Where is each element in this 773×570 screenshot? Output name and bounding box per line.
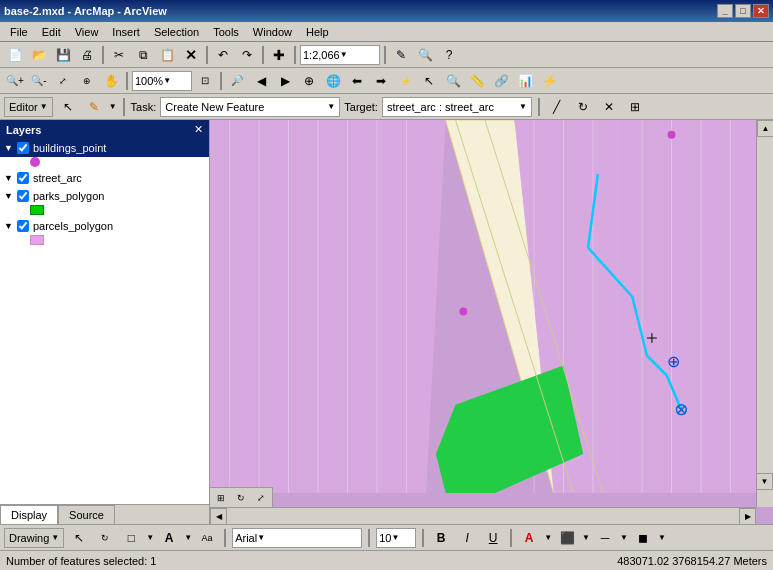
lightning-button[interactable]: ⚡: [538, 70, 560, 92]
menu-insert[interactable]: Insert: [106, 24, 146, 40]
hyperlink-button[interactable]: 🔗: [490, 70, 512, 92]
paste-button[interactable]: 📋: [156, 44, 178, 66]
rotate-tool-button[interactable]: ↻: [572, 96, 594, 118]
size-dropdown[interactable]: 10 ▼: [376, 528, 416, 548]
drawing-text-button[interactable]: A: [158, 527, 180, 549]
scroll-down[interactable]: ▼: [756, 473, 773, 490]
maximize-button[interactable]: □: [735, 4, 751, 18]
drawing-arrow-button[interactable]: ↖: [68, 527, 90, 549]
task-dropdown[interactable]: Create New Feature ▼: [160, 97, 340, 117]
delete-button[interactable]: ✕: [180, 44, 202, 66]
layer-item-parcels[interactable]: ▼ parcels_polygon: [0, 217, 209, 235]
editor-arrow-button[interactable]: ↖: [57, 96, 79, 118]
bold-button[interactable]: B: [430, 527, 452, 549]
pan-button[interactable]: ✋: [100, 70, 122, 92]
menu-help[interactable]: Help: [300, 24, 335, 40]
zoom-layer-button[interactable]: ⊕: [76, 70, 98, 92]
target-dropdown[interactable]: street_arc : street_arc ▼: [382, 97, 532, 117]
map-area[interactable]: ⊕ ⊞ ↻ ⤢ ▲ ▼ ◀ ▶: [210, 120, 773, 524]
zoom-in-button[interactable]: 🔍+: [4, 70, 26, 92]
scale-dropdown[interactable]: 1:2,066 ▼: [300, 45, 380, 65]
zoom-out-button[interactable]: 🔍-: [28, 70, 50, 92]
identify-button[interactable]: 🔍: [414, 44, 436, 66]
layer-item-street[interactable]: ▼ street_arc: [0, 169, 209, 187]
scroll-right[interactable]: ▶: [739, 508, 756, 525]
refresh-button[interactable]: ↻: [232, 489, 250, 507]
editor-pencil-button[interactable]: ✎: [390, 44, 412, 66]
zoom-set-button[interactable]: ⊡: [194, 70, 216, 92]
drawing-dropdown[interactable]: Drawing ▼: [4, 528, 64, 548]
underline-button[interactable]: U: [482, 527, 504, 549]
menu-view[interactable]: View: [69, 24, 105, 40]
open-button[interactable]: 📂: [28, 44, 50, 66]
font-dropdown[interactable]: Arial ▼: [232, 528, 362, 548]
vertex-tool-button[interactable]: ✕: [598, 96, 620, 118]
help-button[interactable]: ?: [438, 44, 460, 66]
expand-icon2[interactable]: ▼: [4, 173, 13, 183]
extent-button[interactable]: ⤢: [252, 489, 270, 507]
add-data-button[interactable]: ✚: [268, 44, 290, 66]
expand-icon[interactable]: ▼: [4, 143, 13, 153]
menu-tools[interactable]: Tools: [207, 24, 245, 40]
expand-icon4[interactable]: ▼: [4, 221, 13, 231]
line-color-button[interactable]: ─: [594, 527, 616, 549]
layer-checkbox-buildings[interactable]: [17, 142, 29, 154]
cut-button[interactable]: ✂: [108, 44, 130, 66]
copy-button[interactable]: ⧉: [132, 44, 154, 66]
globe-button[interactable]: 🌐: [322, 70, 344, 92]
new-button[interactable]: 📄: [4, 44, 26, 66]
undo-button[interactable]: ↶: [212, 44, 234, 66]
sketch-tool-button[interactable]: ╱: [546, 96, 568, 118]
drawing-font-button[interactable]: Aa: [196, 527, 218, 549]
magnify-button[interactable]: 🔎: [226, 70, 248, 92]
zoom-prev-button[interactable]: ◀: [250, 70, 272, 92]
print-button[interactable]: 🖨: [76, 44, 98, 66]
parcels-pink-icon: [30, 235, 44, 245]
layer-checkbox-street[interactable]: [17, 172, 29, 184]
editor-dropdown[interactable]: Editor ▼: [4, 97, 53, 117]
zoom-next-button[interactable]: ▶: [274, 70, 296, 92]
scroll-left[interactable]: ◀: [210, 508, 227, 525]
forward-button[interactable]: ➡: [370, 70, 392, 92]
map-vscroll[interactable]: ▲ ▼: [756, 120, 773, 507]
drawing-edit-button[interactable]: ↻: [94, 527, 116, 549]
select-button[interactable]: ↖: [418, 70, 440, 92]
table-button[interactable]: ⊞: [624, 96, 646, 118]
map-hscroll[interactable]: ◀ ▶: [210, 507, 756, 524]
tab-display[interactable]: Display: [0, 505, 58, 524]
overview-button[interactable]: ⊞: [212, 489, 230, 507]
menu-selection[interactable]: Selection: [148, 24, 205, 40]
flash-button[interactable]: ⚡: [394, 70, 416, 92]
editor-pencil2-button[interactable]: ✎: [83, 96, 105, 118]
drawing-shape-button[interactable]: □: [120, 527, 142, 549]
tab-source[interactable]: Source: [58, 505, 115, 524]
layer-item-buildings[interactable]: ▼ buildings_point: [0, 139, 209, 157]
expand-icon3[interactable]: ▼: [4, 191, 13, 201]
shadow-button[interactable]: ◼: [632, 527, 654, 549]
scroll-up[interactable]: ▲: [757, 120, 773, 137]
layer-checkbox-parcels[interactable]: [17, 220, 29, 232]
window-controls[interactable]: _ □ ✕: [717, 4, 769, 18]
redo-button[interactable]: ↷: [236, 44, 258, 66]
svg-marker-3: [210, 120, 446, 493]
back-button[interactable]: ⬅: [346, 70, 368, 92]
menu-edit[interactable]: Edit: [36, 24, 67, 40]
save-button[interactable]: 💾: [52, 44, 74, 66]
layer-checkbox-parks[interactable]: [17, 190, 29, 202]
graph-button[interactable]: 📊: [514, 70, 536, 92]
close-button[interactable]: ✕: [753, 4, 769, 18]
zoom-full-button[interactable]: ⤢: [52, 70, 74, 92]
measure-button[interactable]: 📏: [466, 70, 488, 92]
layers-close-button[interactable]: ✕: [194, 123, 203, 136]
fill-color-button[interactable]: ⬛: [556, 527, 578, 549]
italic-button[interactable]: I: [456, 527, 478, 549]
font-color-chevron: ▼: [544, 533, 552, 542]
font-color-button[interactable]: A: [518, 527, 540, 549]
minimize-button[interactable]: _: [717, 4, 733, 18]
layer-item-parks[interactable]: ▼ parks_polygon: [0, 187, 209, 205]
pan2-button[interactable]: ⊕: [298, 70, 320, 92]
zoom-dropdown[interactable]: 100% ▼: [132, 71, 192, 91]
menu-window[interactable]: Window: [247, 24, 298, 40]
menu-file[interactable]: File: [4, 24, 34, 40]
find-button[interactable]: 🔍: [442, 70, 464, 92]
